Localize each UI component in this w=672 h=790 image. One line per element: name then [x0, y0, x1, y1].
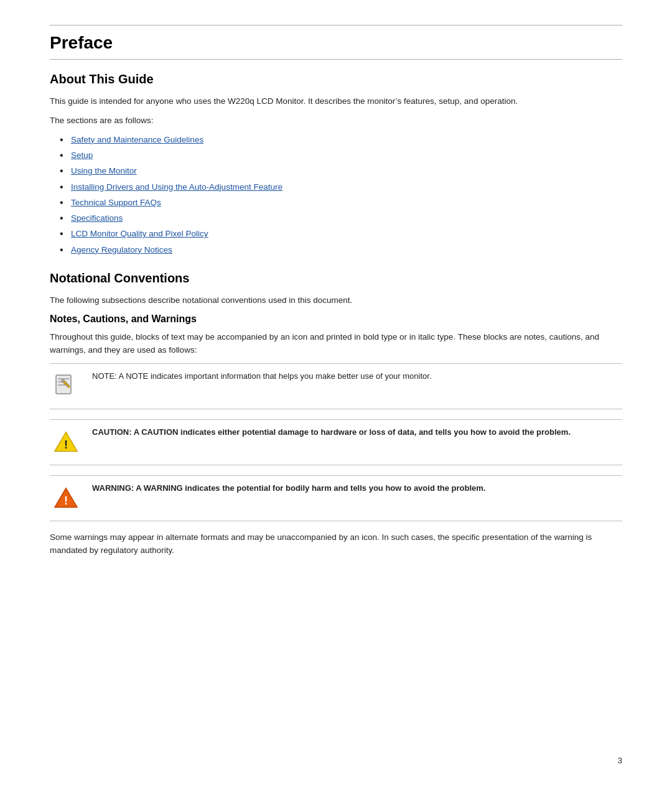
warning-box: ! WARNING: A WARNING indicates the poten… [50, 475, 622, 521]
agency-notices-link[interactable]: Agency Regulatory Notices [71, 245, 172, 254]
list-item: Agency Regulatory Notices [60, 244, 622, 256]
caution-icon: ! [50, 426, 82, 458]
installing-drivers-link[interactable]: Installing Drivers and Using the Auto-Ad… [71, 182, 282, 192]
list-item: Technical Support FAQs [60, 197, 622, 209]
caution-box: ! CAUTION: A CAUTION indicates either po… [50, 419, 622, 465]
notational-conventions-section: Notational Conventions The following sub… [50, 271, 622, 557]
list-item: Setup [60, 149, 622, 162]
list-item: LCD Monitor Quality and Pixel Policy [60, 228, 622, 240]
top-rule [50, 25, 622, 26]
notational-heading: Notational Conventions [50, 271, 622, 286]
list-item: Safety and Maintenance Guidelines [60, 134, 622, 146]
notes-heading: Notes, Cautions, and Warnings [50, 314, 622, 325]
svg-text:!: ! [64, 495, 68, 507]
setup-link[interactable]: Setup [71, 151, 93, 160]
about-guide-intro: This guide is intended for anyone who us… [50, 95, 622, 108]
lcd-quality-link[interactable]: LCD Monitor Quality and Pixel Policy [71, 229, 208, 238]
sections-label: The sections are as follows: [50, 114, 622, 128]
warning-text: WARNING: A WARNING indicates the potenti… [92, 482, 485, 495]
notes-intro: Throughout this guide, blocks of text ma… [50, 331, 622, 357]
page-number: 3 [618, 756, 622, 765]
about-guide-heading: About This Guide [50, 72, 622, 86]
using-monitor-link[interactable]: Using the Monitor [71, 166, 137, 175]
tech-support-link[interactable]: Technical Support FAQs [71, 198, 161, 207]
note-box: NOTE: A NOTE indicates important informa… [50, 363, 622, 409]
about-guide-section: About This Guide This guide is intended … [50, 72, 622, 256]
note-icon [50, 370, 82, 402]
footer-text: Some warnings may appear in alternate fo… [50, 531, 622, 557]
list-item: Using the Monitor [60, 165, 622, 177]
note-text: NOTE: A NOTE indicates important informa… [92, 370, 432, 383]
caution-text: CAUTION: A CAUTION indicates either pote… [92, 426, 571, 439]
specifications-link[interactable]: Specifications [71, 213, 123, 223]
list-item: Installing Drivers and Using the Auto-Ad… [60, 181, 622, 193]
warning-icon: ! [50, 482, 82, 514]
safety-link[interactable]: Safety and Maintenance Guidelines [71, 135, 203, 144]
list-item: Specifications [60, 212, 622, 225]
notational-intro: The following subsections describe notat… [50, 294, 622, 307]
toc-list: Safety and Maintenance Guidelines Setup … [60, 134, 622, 256]
svg-text:!: ! [64, 439, 68, 451]
page-title: Preface [50, 33, 622, 53]
title-rule [50, 59, 622, 60]
